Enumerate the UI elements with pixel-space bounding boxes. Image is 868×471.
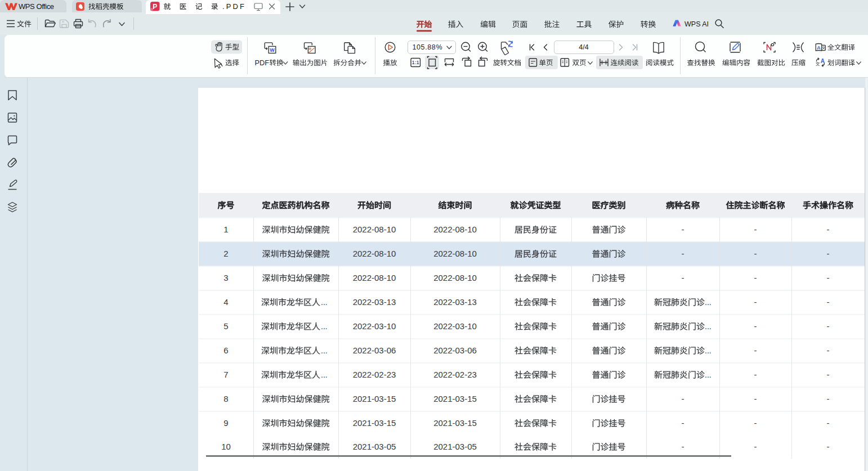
svg-text:.PDF: .PDF xyxy=(222,2,244,11)
svg-text:...: ... xyxy=(705,370,712,379)
svg-text:2022-08-10: 2022-08-10 xyxy=(433,225,477,234)
svg-text:2021-03-15: 2021-03-15 xyxy=(433,394,477,403)
svg-text:-: - xyxy=(827,418,830,428)
svg-text:-: - xyxy=(827,249,830,258)
svg-text:...: ... xyxy=(705,298,712,307)
svg-text:A: A xyxy=(821,58,825,64)
svg-text:2022-08-10: 2022-08-10 xyxy=(433,249,477,258)
svg-text:-: - xyxy=(754,249,757,258)
svg-text:9: 9 xyxy=(223,418,228,428)
svg-text:WPS AI: WPS AI xyxy=(684,20,709,28)
svg-text:...: ... xyxy=(321,370,328,379)
svg-text:2022-03-06: 2022-03-06 xyxy=(433,346,477,355)
svg-text:7: 7 xyxy=(223,370,228,379)
svg-text:-: - xyxy=(827,370,830,379)
svg-text:3: 3 xyxy=(223,273,228,282)
svg-text:-: - xyxy=(827,346,830,355)
svg-text:2022-03-10: 2022-03-10 xyxy=(353,321,396,331)
svg-text:WPS Office: WPS Office xyxy=(19,2,54,11)
svg-text:...: ... xyxy=(321,322,328,331)
svg-text:-: - xyxy=(682,225,684,234)
svg-text:1: 1 xyxy=(223,225,228,234)
svg-text:-: - xyxy=(754,321,757,331)
svg-text:2022-03-10: 2022-03-10 xyxy=(433,321,477,331)
svg-text:-: - xyxy=(682,394,684,403)
svg-text:-: - xyxy=(827,321,830,331)
svg-text:2022-08-10: 2022-08-10 xyxy=(353,273,396,282)
svg-text:1:1: 1:1 xyxy=(412,59,419,65)
svg-text:4/4: 4/4 xyxy=(579,43,588,51)
svg-text:2021-03-15: 2021-03-15 xyxy=(433,418,477,428)
svg-text:-: - xyxy=(682,442,684,451)
svg-text:-: - xyxy=(754,442,757,451)
svg-text:-: - xyxy=(754,346,757,355)
svg-text:-: - xyxy=(827,394,830,403)
svg-text:-: - xyxy=(754,370,757,379)
svg-text:-: - xyxy=(827,273,830,282)
svg-text:...: ... xyxy=(321,298,328,307)
svg-text:A: A xyxy=(817,44,821,51)
svg-text:2022-08-10: 2022-08-10 xyxy=(353,249,396,258)
svg-text:105.88%: 105.88% xyxy=(413,43,442,51)
svg-text:-: - xyxy=(682,418,684,428)
svg-text:...: ... xyxy=(705,322,712,331)
svg-text:8: 8 xyxy=(223,394,228,403)
svg-text:-: - xyxy=(754,418,757,428)
svg-text:5: 5 xyxy=(223,321,228,331)
svg-text:2022-03-13: 2022-03-13 xyxy=(353,297,396,307)
svg-text:P: P xyxy=(153,3,157,11)
svg-text:-: - xyxy=(827,442,830,451)
svg-text:-: - xyxy=(827,297,830,307)
svg-text:PDF: PDF xyxy=(255,59,270,67)
svg-text:-: - xyxy=(682,273,684,282)
svg-text:10: 10 xyxy=(221,442,231,451)
svg-text:2021-03-15: 2021-03-15 xyxy=(353,394,396,403)
svg-text:2021-03-05: 2021-03-05 xyxy=(353,442,396,451)
svg-text:2021-03-05: 2021-03-05 xyxy=(433,442,477,451)
svg-text:...: ... xyxy=(321,346,328,355)
svg-text:-: - xyxy=(754,225,757,234)
svg-text:2022-08-10: 2022-08-10 xyxy=(353,225,396,234)
svg-text:2022-02-23: 2022-02-23 xyxy=(433,370,477,379)
svg-text:-: - xyxy=(754,297,757,307)
svg-text:-: - xyxy=(682,249,684,258)
svg-text:...: ... xyxy=(705,346,712,355)
svg-text:W: W xyxy=(270,47,275,53)
svg-text:2022-03-13: 2022-03-13 xyxy=(433,297,477,307)
svg-text:-: - xyxy=(754,394,757,403)
svg-text:4: 4 xyxy=(223,297,228,307)
svg-text:2022-08-10: 2022-08-10 xyxy=(433,273,477,282)
svg-text:-: - xyxy=(754,273,757,282)
svg-text:2022-02-23: 2022-02-23 xyxy=(353,370,396,379)
svg-text:2: 2 xyxy=(223,249,228,258)
svg-text:2021-03-15: 2021-03-15 xyxy=(353,418,396,428)
svg-text:-: - xyxy=(827,225,830,234)
svg-text:2022-03-06: 2022-03-06 xyxy=(353,346,396,355)
svg-text:6: 6 xyxy=(223,346,228,355)
